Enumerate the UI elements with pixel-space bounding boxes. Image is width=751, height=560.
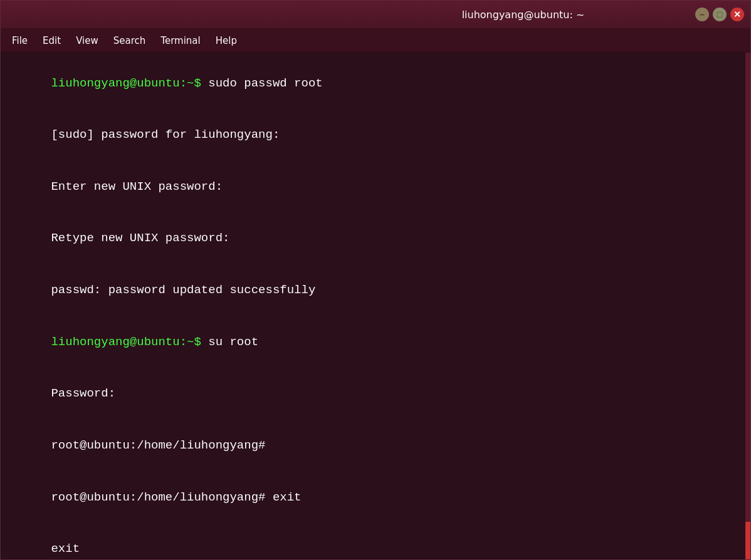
output-4: Retype new UNIX password: [51,231,229,245]
output-5: passwd: password updated successfully [51,283,315,297]
terminal-line-2: [sudo] password for liuhongyang: [8,110,743,162]
menu-file[interactable]: File [6,33,34,49]
terminal-line-1: liuhongyang@ubuntu:~$ sudo passwd root [8,58,743,110]
titlebar: liuhongyang@ubuntu: ~ – □ ✕ [1,1,750,29]
output-9: root@ubuntu:/home/liuhongyang# exit [51,490,301,504]
terminal-line-4: Retype new UNIX password: [8,213,743,265]
output-10: exit [51,542,80,556]
terminal-line-5: passwd: password updated successfully [8,265,743,317]
terminal-line-10: exit [8,524,743,559]
terminal-line-7: Password: [8,368,743,420]
menubar: File Edit View Search Terminal Help [1,29,750,53]
minimize-button[interactable]: – [695,8,709,21]
prompt-6: liuhongyang@ubuntu:~$ [51,335,208,349]
maximize-button[interactable]: □ [713,8,727,21]
window-controls: – □ ✕ [695,8,744,21]
output-7: Password: [51,386,115,400]
menu-help[interactable]: Help [209,33,243,49]
terminal-line-9: root@ubuntu:/home/liuhongyang# exit [8,472,743,524]
output-8: root@ubuntu:/home/liuhongyang# [51,438,265,452]
window-title: liuhongyang@ubuntu: ~ [351,9,695,21]
output-2: [sudo] password for liuhongyang: [51,128,280,142]
output-3: Enter new UNIX password: [51,180,223,194]
terminal-body[interactable]: liuhongyang@ubuntu:~$ sudo passwd root [… [1,53,750,559]
prompt-1: liuhongyang@ubuntu:~$ [51,76,208,90]
terminal-window: liuhongyang@ubuntu: ~ – □ ✕ File Edit Vi… [0,0,751,560]
terminal-line-6: liuhongyang@ubuntu:~$ su root [8,316,743,368]
close-button[interactable]: ✕ [730,8,744,21]
menu-terminal[interactable]: Terminal [154,33,206,49]
terminal-line-3: Enter new UNIX password: [8,161,743,213]
menu-search[interactable]: Search [107,33,152,49]
terminal-line-8: root@ubuntu:/home/liuhongyang# [8,420,743,472]
command-1: sudo passwd root [208,76,322,90]
command-6: su root [208,335,258,349]
menu-view[interactable]: View [70,33,105,49]
menu-edit[interactable]: Edit [36,33,67,49]
scrollbar[interactable] [745,53,750,559]
scrollbar-thumb[interactable] [745,522,750,559]
